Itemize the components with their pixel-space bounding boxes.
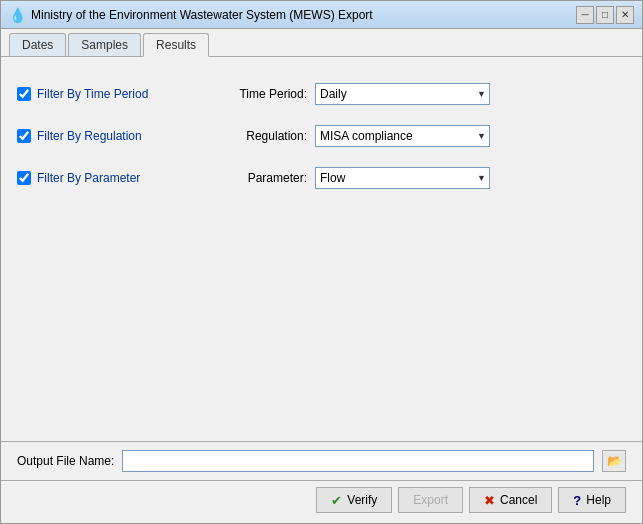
- help-label: Help: [586, 493, 611, 507]
- app-icon: 💧: [9, 7, 25, 23]
- title-buttons: ─ □ ✕: [576, 6, 634, 24]
- output-file-label: Output File Name:: [17, 454, 114, 468]
- title-bar-left: 💧 Ministry of the Environment Wastewater…: [9, 7, 373, 23]
- export-button[interactable]: Export: [398, 487, 463, 513]
- verify-icon: ✔: [331, 493, 342, 508]
- filter-regulation-checkbox[interactable]: [17, 129, 31, 143]
- browse-icon: 📂: [607, 454, 622, 468]
- tab-results[interactable]: Results: [143, 33, 209, 57]
- filter-parameter-control: Parameter: Flow pH BOD TSS: [217, 167, 490, 189]
- title-bar: 💧 Ministry of the Environment Wastewater…: [1, 1, 642, 29]
- close-button[interactable]: ✕: [616, 6, 634, 24]
- time-period-select-wrapper: Daily Weekly Monthly Annual: [315, 83, 490, 105]
- export-label: Export: [413, 493, 448, 507]
- help-icon: ?: [573, 493, 581, 508]
- help-button[interactable]: ? Help: [558, 487, 626, 513]
- filter-row-parameter: Filter By Parameter Parameter: Flow pH B…: [17, 167, 626, 189]
- time-period-select[interactable]: Daily Weekly Monthly Annual: [315, 83, 490, 105]
- filter-regulation-text: Filter By Regulation: [37, 129, 142, 143]
- output-file-bar: Output File Name: 📂: [1, 441, 642, 480]
- parameter-label: Parameter:: [217, 171, 307, 185]
- tab-bar: Dates Samples Results: [1, 29, 642, 57]
- time-period-label: Time Period:: [217, 87, 307, 101]
- filter-regulation-control: Regulation: MISA compliance Other: [217, 125, 490, 147]
- verify-label: Verify: [347, 493, 377, 507]
- filter-time-period-text: Filter By Time Period: [37, 87, 148, 101]
- filter-parameter-checkbox[interactable]: [17, 171, 31, 185]
- tab-dates[interactable]: Dates: [9, 33, 66, 56]
- regulation-label: Regulation:: [217, 129, 307, 143]
- filter-regulation-label[interactable]: Filter By Regulation: [17, 129, 217, 143]
- restore-button[interactable]: □: [596, 6, 614, 24]
- filter-parameter-text: Filter By Parameter: [37, 171, 140, 185]
- filter-row-regulation: Filter By Regulation Regulation: MISA co…: [17, 125, 626, 147]
- filter-row-time-period: Filter By Time Period Time Period: Daily…: [17, 83, 626, 105]
- window-title: Ministry of the Environment Wastewater S…: [31, 8, 373, 22]
- filter-time-period-label[interactable]: Filter By Time Period: [17, 87, 217, 101]
- filter-section: Filter By Time Period Time Period: Daily…: [17, 73, 626, 199]
- parameter-select-wrapper: Flow pH BOD TSS: [315, 167, 490, 189]
- regulation-select[interactable]: MISA compliance Other: [315, 125, 490, 147]
- cancel-icon: ✖: [484, 493, 495, 508]
- browse-button[interactable]: 📂: [602, 450, 626, 472]
- cancel-label: Cancel: [500, 493, 537, 507]
- parameter-select[interactable]: Flow pH BOD TSS: [315, 167, 490, 189]
- regulation-select-wrapper: MISA compliance Other: [315, 125, 490, 147]
- output-file-input[interactable]: [122, 450, 594, 472]
- tab-samples[interactable]: Samples: [68, 33, 141, 56]
- filter-time-period-control: Time Period: Daily Weekly Monthly Annual: [217, 83, 490, 105]
- content-area: Filter By Time Period Time Period: Daily…: [1, 57, 642, 441]
- main-window: 💧 Ministry of the Environment Wastewater…: [0, 0, 643, 524]
- cancel-button[interactable]: ✖ Cancel: [469, 487, 552, 513]
- verify-button[interactable]: ✔ Verify: [316, 487, 392, 513]
- minimize-button[interactable]: ─: [576, 6, 594, 24]
- filter-parameter-label[interactable]: Filter By Parameter: [17, 171, 217, 185]
- filter-time-period-checkbox[interactable]: [17, 87, 31, 101]
- action-bar: ✔ Verify Export ✖ Cancel ? Help: [1, 480, 642, 523]
